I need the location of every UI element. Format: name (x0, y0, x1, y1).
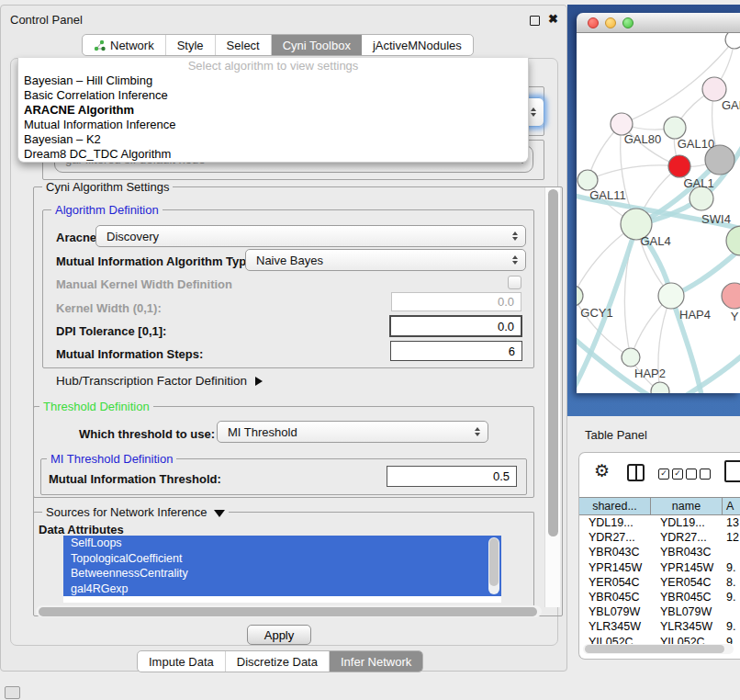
tab-label: Style (177, 39, 204, 52)
column-header[interactable]: A (723, 498, 740, 514)
node-label: GAL10 (678, 137, 714, 151)
network-node-nbot[interactable] (651, 382, 669, 393)
table-body: YDL19...YDL19...13YDR27...YDR27...12YBR0… (579, 515, 740, 644)
table-settings-gear-icon[interactable]: ⚙ (594, 460, 610, 481)
network-node-gal1[interactable] (668, 155, 690, 177)
aracne-mode-combo[interactable]: Discovery (95, 225, 526, 247)
select-all-rows-icon[interactable]: ✓✓ (658, 469, 683, 480)
table-panel: ⚙ ✓✓ shared... name A YDL19...YDL19...13… (578, 452, 740, 660)
node-label: GAL1 (683, 176, 713, 190)
node-label: HAP2 (634, 367, 666, 380)
column-header[interactable]: shared... (579, 498, 651, 514)
table-row[interactable]: YIL052CYIL052C9 (579, 635, 740, 645)
sources-toggle[interactable]: Sources for Network Inference (42, 505, 229, 519)
algorithm-option[interactable]: Bayesian – K2 (18, 132, 528, 147)
tab-select[interactable]: Select (216, 35, 272, 55)
mi-steps-field[interactable]: 6 (390, 341, 522, 361)
algorithm-option[interactable]: Mutual Information Inference (18, 118, 528, 132)
table-row[interactable]: YBR043CYBR043C (579, 545, 740, 559)
attribute-list-scrollbar[interactable] (488, 537, 499, 594)
tab-label: jActiveMNodules (373, 39, 462, 52)
table-row[interactable]: YDL19...YDL19...13 (579, 515, 740, 530)
tab-discretize-data[interactable]: Discretize Data (226, 651, 330, 672)
algorithm-option[interactable]: Dream8 DC_TDC Algorithm (18, 147, 528, 162)
mi-threshold-group-title: MI Threshold Definition (47, 452, 176, 466)
network-node-hap2[interactable] (622, 348, 640, 367)
tab-style[interactable]: Style (166, 35, 216, 55)
export-table-icon[interactable] (724, 460, 740, 482)
dpi-tolerance-field[interactable]: 0.0 (389, 315, 522, 337)
network-node-ntop[interactable] (725, 33, 740, 49)
mi-threshold-field[interactable]: 0.5 (387, 466, 517, 487)
column-header[interactable]: name (651, 498, 723, 514)
close-window-icon[interactable] (588, 17, 599, 28)
table-cell: YPR145W (651, 560, 723, 575)
kernel-width-label: Kernel Width (0,1): (56, 301, 162, 315)
network-node-y[interactable] (722, 283, 740, 309)
network-node-rgreen[interactable] (726, 226, 740, 255)
cyni-settings-title: Cyni Algorithm Settings (42, 180, 173, 194)
table-cell: YLR345W (651, 619, 723, 634)
manual-kernel-checkbox[interactable] (508, 276, 521, 289)
table-row[interactable]: YLR345WYLR345W9. (579, 619, 740, 634)
table-cell: YBR045C (651, 590, 723, 604)
tab-label: Select (227, 39, 260, 52)
collapsed-panel-button[interactable] (5, 686, 20, 699)
network-node-gcy1[interactable] (577, 286, 583, 306)
node-label: GAL (722, 98, 740, 112)
control-panel-tabs: Network Style Select Cyni Toolbox jActiv… (82, 34, 474, 56)
algorithm-option-selected[interactable]: ARACNE Algorithm (18, 103, 528, 118)
table-row[interactable]: YPR145WYPR145W9. (579, 560, 740, 575)
network-canvas[interactable]: GALGAL80GAL10GAL1GAL11SWI4GAL4GCY1HAP4YH… (577, 33, 740, 393)
control-panel-window: Control Panel ✖ Network Style Select Cyn… (0, 5, 567, 672)
column-visibility-icon[interactable] (627, 464, 645, 481)
network-node-gal10[interactable] (664, 117, 686, 139)
settings-vertical-scrollbar[interactable] (544, 187, 560, 607)
cyni-bottom-tabs: Impute Data Discretize Data Infer Networ… (137, 650, 423, 672)
network-node-hap4[interactable] (658, 283, 684, 309)
deselect-all-rows-icon[interactable] (686, 469, 711, 480)
table-cell: 12 (723, 530, 740, 545)
zoom-window-icon[interactable] (622, 17, 633, 28)
table-cell: 13 (723, 515, 740, 530)
dropdown-placeholder: Select algorithm to view settings (18, 59, 528, 73)
settings-horizontal-scrollbar[interactable] (36, 605, 542, 617)
tab-label: Discretize Data (237, 655, 318, 669)
kernel-width-field[interactable]: 0.0 (391, 292, 521, 311)
table-row[interactable]: YDR27...YDR27...12 (579, 530, 740, 545)
tab-impute-data[interactable]: Impute Data (138, 651, 226, 672)
tab-cyni-toolbox[interactable]: Cyni Toolbox (272, 35, 362, 55)
apply-button[interactable]: Apply (247, 625, 311, 645)
attribute-item[interactable]: SelfLoops (63, 536, 501, 551)
attribute-item[interactable]: gal4RGexp (63, 581, 501, 597)
attribute-item[interactable]: BetweennessCentrality (63, 566, 501, 581)
tab-jactivemnodules[interactable]: jActiveMNodules (362, 35, 473, 55)
network-window-titlebar[interactable] (577, 13, 740, 33)
mi-steps-label: Mutual Information Steps: (56, 347, 203, 361)
algorithm-definition-title: Algorithm Definition (51, 203, 163, 217)
threshold-definition-title: Threshold Definition (39, 400, 153, 413)
table-row[interactable]: YBL079WYBL079W (579, 604, 740, 619)
table-row[interactable]: YER054CYER054C8. (579, 575, 740, 590)
mi-type-value: Naive Bayes (256, 254, 323, 267)
table-horizontal-scrollbar[interactable] (583, 644, 734, 654)
mi-type-combo[interactable]: Naive Bayes (245, 249, 526, 271)
table-cell: YER054C (651, 575, 723, 590)
algorithm-option[interactable]: Bayesian – Hill Climbing (18, 73, 528, 88)
tab-infer-network[interactable]: Infer Network (330, 651, 422, 672)
aracne-mode-value: Discovery (107, 230, 159, 243)
manual-kernel-label: Manual Kernel Width Definition (56, 277, 232, 291)
algorithm-option[interactable]: Basic Correlation Inference (18, 88, 528, 103)
attribute-item[interactable]: TopologicalCoefficient (63, 551, 501, 567)
tab-label: Infer Network (341, 655, 411, 669)
which-threshold-combo[interactable]: MI Threshold (217, 421, 488, 443)
table-cell: YDL19... (651, 515, 723, 530)
tab-network[interactable]: Network (83, 35, 166, 55)
close-icon[interactable]: ✖ (548, 12, 558, 26)
table-row[interactable]: YBR045CYBR045C9. (579, 590, 740, 604)
which-threshold-label: Which threshold to use: (79, 427, 215, 441)
hub-definition-toggle[interactable]: Hub/Transcription Factor Definition (56, 374, 263, 388)
minimize-window-icon[interactable] (605, 17, 616, 28)
network-node-gal11[interactable] (577, 170, 598, 190)
float-window-icon[interactable] (530, 16, 540, 26)
